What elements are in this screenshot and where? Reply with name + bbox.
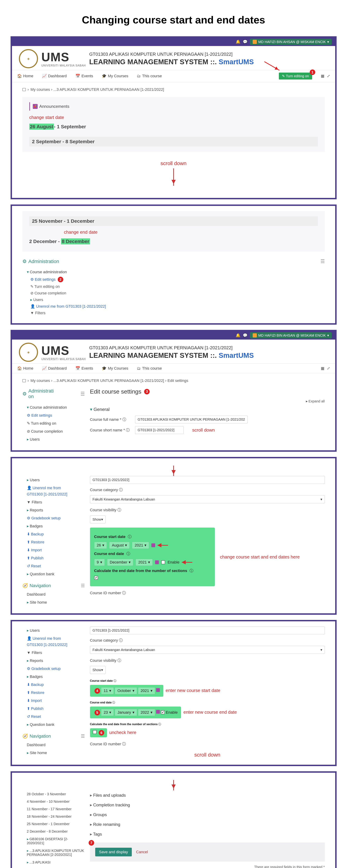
gradebook-link[interactable]: ⚙ Gradebook setup bbox=[22, 514, 85, 522]
expand-all-link[interactable]: ▸ Expand all bbox=[90, 399, 325, 403]
unenrol-link[interactable]: 👤 Unenrol me from GT01303 [1-2021/2022] bbox=[22, 303, 325, 310]
course-admin-toggle[interactable]: ▾ Course administration bbox=[22, 268, 325, 276]
date-row-3[interactable]: 25 November - 1 December bbox=[29, 216, 318, 226]
calc-checkbox[interactable] bbox=[94, 576, 98, 580]
user-badge[interactable]: MD HAFIZI BIN AHSAN @ MISKAM ENCIK ▾ bbox=[250, 39, 332, 45]
expand-icon[interactable]: ⤢ bbox=[327, 366, 330, 371]
select-visibility[interactable]: Show ▾ bbox=[90, 516, 106, 523]
turn-editing-link[interactable]: ✎ Turn editing on bbox=[22, 283, 325, 290]
start-year[interactable]: 2021 ▾ bbox=[132, 542, 149, 549]
restore-link[interactable]: ⬆ Restore bbox=[22, 538, 85, 546]
end-year[interactable]: 2022 ▾ bbox=[138, 709, 155, 716]
nav-dashboard-link[interactable]: Dashboard bbox=[22, 741, 85, 749]
date-row-1[interactable]: 26 August- 1 September bbox=[29, 122, 318, 132]
section-tags[interactable]: Tags bbox=[90, 829, 325, 839]
section-tracking[interactable]: Completion tracking bbox=[90, 800, 325, 810]
announcements-link[interactable]: 📣 Announcements bbox=[29, 102, 318, 111]
save-button[interactable]: Save and display bbox=[95, 848, 132, 856]
reports-link[interactable]: ▸ Reports bbox=[22, 506, 85, 514]
reset-link[interactable]: ↺ Reset bbox=[22, 562, 85, 570]
badges-link[interactable]: ▸ Badges bbox=[22, 673, 85, 681]
side-course[interactable]: ▸ ...3 APLIKASI KOMPUTER UNTUK PERNIAGAA… bbox=[22, 847, 85, 859]
nav-events[interactable]: 📅 Events bbox=[75, 366, 93, 371]
side-date[interactable]: 2 December - 8 December bbox=[22, 828, 85, 835]
bell-icon[interactable]: 🔔 bbox=[236, 333, 240, 338]
unenrol-link[interactable]: 👤 Unenrol me from bbox=[22, 484, 85, 492]
calendar-icon[interactable] bbox=[151, 544, 155, 547]
cancel-button[interactable]: Cancel bbox=[136, 850, 148, 854]
course-admin-toggle[interactable]: ▾ Course administration bbox=[22, 403, 85, 411]
calendar-icon[interactable] bbox=[155, 560, 159, 564]
section-role[interactable]: Role renaming bbox=[90, 819, 325, 829]
input-fullname[interactable]: GT01303 APLIKASI KOMPUTER UNTUK PERNIAGA… bbox=[135, 415, 248, 424]
edit-settings-link[interactable]: ⚙ Edit settings bbox=[22, 411, 85, 420]
expand-icon[interactable]: ⤢ bbox=[327, 74, 330, 78]
qbank-link[interactable]: ▸ Question bank bbox=[22, 721, 85, 728]
side-date[interactable]: 11 November - 17 November bbox=[22, 805, 85, 813]
chat-icon[interactable]: 💬 bbox=[243, 39, 247, 44]
backup-link[interactable]: ⬇ Backup bbox=[22, 530, 85, 538]
filters-link[interactable]: ▼ Filters bbox=[22, 310, 325, 316]
users-link[interactable]: ▸ Users bbox=[22, 297, 325, 303]
nav-dashboard[interactable]: 📈 Dashboard bbox=[42, 366, 67, 371]
start-month[interactable]: August ▾ bbox=[109, 542, 130, 549]
start-year[interactable]: 2021 ▾ bbox=[138, 687, 155, 694]
nav-sitehome-link[interactable]: ▸ Site home bbox=[22, 749, 85, 757]
nav-menu-icon[interactable]: ☰ bbox=[81, 734, 85, 739]
date-row-4[interactable]: 2 December - 8 December bbox=[29, 237, 318, 246]
section-groups[interactable]: Groups bbox=[90, 810, 325, 819]
start-day[interactable]: 11 ▾ bbox=[101, 687, 114, 694]
side-date[interactable]: 18 November - 24 November bbox=[22, 813, 85, 820]
nav-home[interactable]: 🏠 Home bbox=[17, 366, 33, 371]
nav-mycourses[interactable]: 🎓 My Courses bbox=[102, 74, 128, 78]
side-course[interactable]: ▸ GB30106 DISERTASI [2-2020/2021] bbox=[22, 835, 85, 847]
bell-icon[interactable]: 🔔 bbox=[236, 39, 240, 44]
restore-link[interactable]: ⬆ Restore bbox=[22, 689, 85, 696]
start-day[interactable]: 26 ▾ bbox=[94, 542, 107, 549]
turn-editing-button[interactable]: ✎ Turn editing on bbox=[279, 72, 312, 80]
admin-menu-icon[interactable]: ☰ bbox=[320, 258, 325, 264]
users-link[interactable]: ▸ Users bbox=[22, 435, 85, 443]
enable-checkbox[interactable] bbox=[161, 560, 165, 564]
badges-link[interactable]: ▸ Badges bbox=[22, 522, 85, 530]
reports-link[interactable]: ▸ Reports bbox=[22, 657, 85, 665]
end-day[interactable]: 23 ▾ bbox=[101, 709, 114, 716]
end-month[interactable]: January ▾ bbox=[115, 709, 137, 716]
calc-checkbox[interactable] bbox=[93, 730, 97, 734]
side-date[interactable]: 28 October - 3 November bbox=[22, 790, 85, 798]
admin-menu-icon[interactable]: ☰ bbox=[80, 391, 85, 397]
nav-dashboard-link[interactable]: Dashboard bbox=[22, 590, 85, 598]
input-shortname-2[interactable]: GT01303 [1-2021/2022] bbox=[90, 476, 325, 484]
backup-link[interactable]: ⬇ Backup bbox=[22, 681, 85, 689]
start-month[interactable]: October ▾ bbox=[115, 687, 137, 694]
filters-link[interactable]: ▼ Filters bbox=[22, 649, 85, 657]
section-general[interactable]: ▾ General bbox=[90, 407, 325, 412]
edit-settings-link[interactable]: ⚙ Edit settings 2 bbox=[22, 276, 325, 283]
calendar-icon[interactable] bbox=[156, 710, 160, 714]
turn-editing-link[interactable]: ✎ Turn editing on bbox=[22, 420, 85, 427]
users-link[interactable]: ▸ Users bbox=[22, 476, 85, 484]
chat-icon[interactable]: 💬 bbox=[243, 333, 247, 338]
nav-sitehome-link[interactable]: ▸ Site home bbox=[22, 598, 85, 607]
nav-mycourses[interactable]: 🎓 My Courses bbox=[102, 366, 128, 371]
nav-events[interactable]: 📅 Events bbox=[75, 74, 93, 78]
side-date[interactable]: 25 November - 1 December bbox=[22, 820, 85, 828]
select-visibility[interactable]: Show ▾ bbox=[90, 666, 106, 674]
reset-link[interactable]: ↺ Reset bbox=[22, 713, 85, 721]
unenrol-link[interactable]: 👤 Unenrol me from bbox=[22, 634, 85, 643]
input-shortname-3[interactable]: GT01303 [1-2021/2022] bbox=[90, 626, 325, 634]
enable-checkbox[interactable] bbox=[161, 710, 165, 714]
input-shortname[interactable]: GT01303 [1-2021/2022] bbox=[135, 426, 184, 434]
calendar-icon[interactable] bbox=[156, 688, 160, 692]
select-category[interactable]: Fakulti Kewangan Antarabangsa Labuan▾ bbox=[90, 646, 325, 654]
nav-menu-icon[interactable]: ☰ bbox=[81, 583, 85, 588]
select-category[interactable]: Fakulti Kewangan Antarabangsa Labuan▾ bbox=[90, 495, 325, 503]
publish-link[interactable]: ⬆ Publish bbox=[22, 705, 85, 713]
section-files[interactable]: Files and uploads bbox=[90, 790, 325, 800]
course-completion-link[interactable]: ⊘ Course completion bbox=[22, 290, 325, 297]
nav-thiscourse[interactable]: 🗂 This course bbox=[137, 366, 162, 371]
users-link[interactable]: ▸ Users bbox=[22, 626, 85, 634]
side-course[interactable]: ▸ ...3 APLIKASI bbox=[22, 859, 85, 866]
end-day[interactable]: 9 ▾ bbox=[94, 559, 105, 566]
grid-icon[interactable]: ▦ bbox=[321, 366, 324, 371]
